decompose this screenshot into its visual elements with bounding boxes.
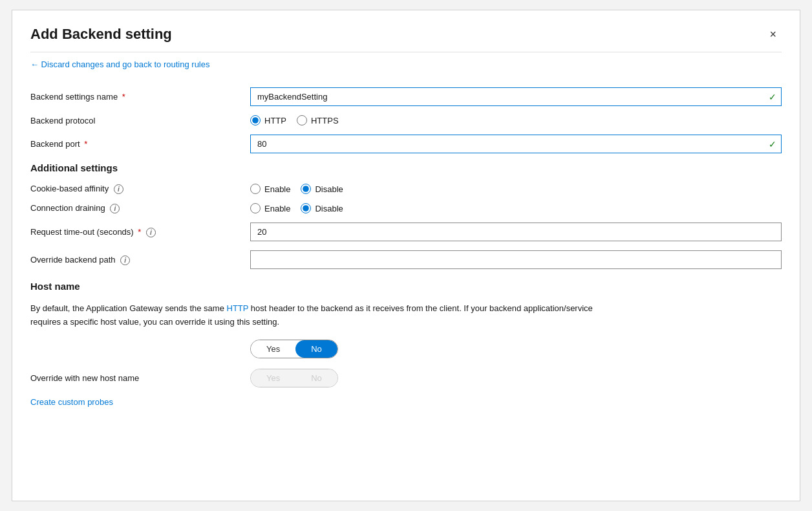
backend-protocol-http-label: HTTP [264, 116, 286, 125]
connection-draining-enable-label: Enable [264, 204, 290, 213]
request-timeout-input[interactable] [250, 223, 782, 241]
backend-port-label: Backend port * [30, 139, 250, 149]
backend-settings-name-input-area: ✓ [250, 87, 782, 106]
connection-draining-info-icon: i [110, 204, 120, 213]
backend-protocol-options: HTTP HTTPS [250, 115, 782, 125]
request-timeout-wrapper [250, 223, 782, 241]
cookie-affinity-enable-radio[interactable] [250, 184, 261, 194]
backend-port-wrapper: ✓ [250, 135, 782, 153]
backend-port-input[interactable] [250, 135, 782, 153]
request-timeout-info-icon: i [146, 228, 156, 237]
create-custom-probes-link[interactable]: Create custom probes [30, 397, 113, 407]
connection-draining-enable-option[interactable]: Enable [250, 203, 290, 213]
request-timeout-label: Request time-out (seconds) * i [30, 227, 250, 237]
request-timeout-input-area [250, 223, 782, 241]
host-name-heading: Host name [30, 281, 782, 292]
backend-settings-name-row: Backend settings name * ✓ [30, 87, 782, 106]
override-new-host-name-label: Override with new host name [30, 373, 250, 383]
override-backend-path-input-area [250, 250, 782, 269]
cookie-affinity-disable-radio[interactable] [301, 184, 311, 194]
cookie-affinity-enable-option[interactable]: Enable [250, 184, 290, 194]
host-name-description: By default, the Application Gateway send… [30, 302, 612, 329]
backend-settings-name-label: Backend settings name * [30, 92, 250, 102]
override-backend-path-info-icon: i [120, 256, 130, 265]
backend-port-row: Backend port * ✓ [30, 135, 782, 153]
cookie-affinity-row: Cookie-based affinity i Enable Disable [30, 184, 782, 194]
connection-draining-enable-radio[interactable] [250, 203, 261, 213]
override-new-host-name-row: Override with new host name Yes No [30, 369, 782, 387]
host-name-section: Host name By default, the Application Ga… [30, 281, 782, 358]
override-new-host-name-toggle-area: Yes No [250, 369, 338, 387]
backend-protocol-http-option[interactable]: HTTP [250, 115, 286, 125]
form-content: Backend settings name * ✓ Backend protoc… [12, 82, 800, 425]
back-link-container: ← Discard changes and go back to routing… [12, 54, 800, 82]
cookie-affinity-disable-label: Disable [315, 184, 343, 194]
cookie-affinity-enable-label: Enable [264, 184, 290, 194]
override-new-host-name-toggle-group: Yes No [250, 369, 338, 387]
host-name-toggle-group: Yes No [250, 340, 338, 358]
cookie-affinity-disable-option[interactable]: Disable [301, 184, 343, 194]
backend-port-input-area: ✓ [250, 135, 782, 153]
cookie-affinity-info-icon: i [114, 184, 123, 194]
backend-settings-name-check-icon: ✓ [769, 92, 776, 102]
backend-protocol-https-radio[interactable] [297, 115, 307, 125]
host-name-no-button[interactable]: No [295, 340, 337, 358]
override-backend-path-input[interactable] [250, 250, 782, 269]
override-new-host-name-no-button: No [295, 369, 337, 387]
connection-draining-disable-option[interactable]: Disable [301, 203, 343, 213]
override-backend-path-label: Override backend path i [30, 255, 250, 265]
backend-protocol-http-radio[interactable] [250, 115, 261, 125]
override-backend-path-row: Override backend path i [30, 250, 782, 269]
close-button[interactable]: × [764, 26, 782, 43]
backend-protocol-label: Backend protocol [30, 116, 250, 125]
override-new-host-name-yes-button: Yes [251, 369, 295, 387]
connection-draining-disable-label: Disable [315, 204, 343, 213]
backend-settings-name-input[interactable] [250, 87, 782, 106]
add-backend-setting-dialog: Add Backend setting × ← Discard changes … [12, 10, 800, 501]
host-name-toggle-area: Yes No [30, 340, 782, 358]
connection-draining-options: Enable Disable [250, 203, 782, 213]
host-name-yes-button[interactable]: Yes [251, 340, 295, 358]
override-backend-path-wrapper [250, 250, 782, 269]
host-name-http-highlight: HTTP [227, 303, 249, 313]
cookie-affinity-radio-group: Enable Disable [250, 184, 782, 194]
connection-draining-row: Connection draining i Enable Disable [30, 203, 782, 213]
cookie-affinity-label: Cookie-based affinity i [30, 184, 250, 194]
create-custom-probes-row: Create custom probes [30, 397, 782, 407]
connection-draining-radio-group: Enable Disable [250, 203, 782, 213]
backend-settings-name-wrapper: ✓ [250, 87, 782, 106]
dialog-title: Add Backend setting [30, 26, 172, 43]
backend-port-check-icon: ✓ [769, 139, 776, 149]
back-link[interactable]: ← Discard changes and go back to routing… [30, 60, 210, 69]
connection-draining-disable-radio[interactable] [301, 203, 311, 213]
backend-protocol-radio-group: HTTP HTTPS [250, 115, 782, 125]
dialog-header: Add Backend setting × [12, 10, 800, 50]
connection-draining-label: Connection draining i [30, 203, 250, 213]
backend-protocol-https-option[interactable]: HTTPS [297, 115, 339, 125]
request-timeout-row: Request time-out (seconds) * i [30, 223, 782, 241]
additional-settings-heading: Additional settings [30, 162, 782, 173]
cookie-affinity-options: Enable Disable [250, 184, 782, 194]
backend-protocol-row: Backend protocol HTTP HTTPS [30, 115, 782, 125]
backend-protocol-https-label: HTTPS [311, 116, 339, 125]
